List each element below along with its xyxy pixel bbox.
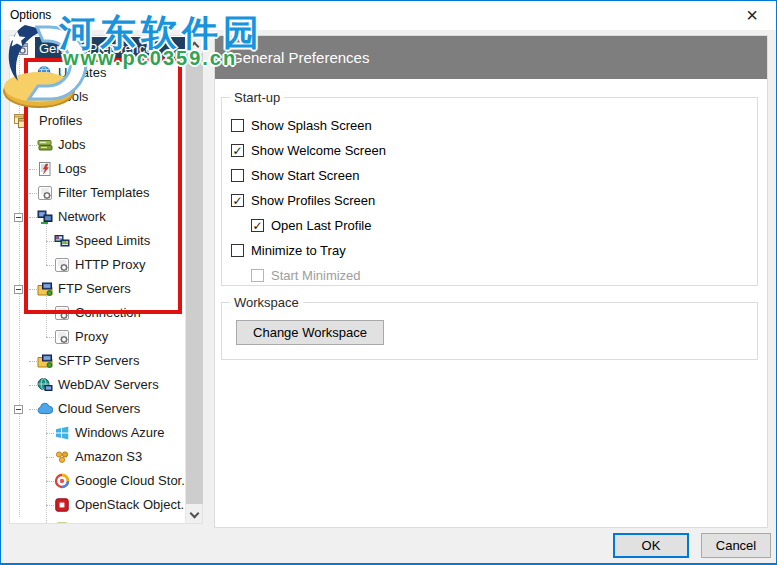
checkbox-label[interactable]: Show Splash Screen xyxy=(251,118,372,133)
proxy-icon xyxy=(54,329,70,345)
http-proxy-icon xyxy=(54,257,70,273)
profiles-icon xyxy=(13,113,29,129)
change-workspace-button[interactable]: Change Workspace xyxy=(236,320,384,345)
tree-connector-line xyxy=(29,73,37,74)
tree-connector-line xyxy=(46,265,54,266)
chevron-up-icon xyxy=(190,41,200,51)
tree-item-cloud-servers[interactable]: Cloud Servers xyxy=(10,397,185,421)
checkbox-label: Start Minimized xyxy=(271,268,361,283)
checkbox-label[interactable]: Minimize to Tray xyxy=(251,243,346,258)
unchecked-checkbox[interactable] xyxy=(231,119,244,132)
tree-item-label: SFTP Servers xyxy=(58,349,139,373)
options-dialog: Options × General PreferencesUpdatesTool… xyxy=(0,0,777,565)
checkbox-row-show-start-screen: Show Start Screen xyxy=(231,163,749,188)
tree-item-label: Connection xyxy=(75,301,141,325)
tree-item-windows-azure[interactable]: Windows Azure xyxy=(10,421,185,445)
tree-item-openstack-object[interactable]: OpenStack Object... xyxy=(10,493,185,517)
expander-minus-icon[interactable] xyxy=(14,213,23,222)
tree-item-google-cloud-stor[interactable]: Google Cloud Stor... xyxy=(10,469,185,493)
tree-connector-line xyxy=(46,337,54,338)
unchecked-checkbox xyxy=(251,269,264,282)
tree-connector-line xyxy=(29,97,37,98)
tree-item-profiles[interactable]: Profiles xyxy=(10,109,185,133)
tree-connector-line xyxy=(29,409,37,410)
unchecked-checkbox[interactable] xyxy=(231,244,244,257)
tree-item-general-preferences[interactable]: General Preferences xyxy=(10,37,185,61)
checkbox-row-show-welcome-screen: Show Welcome Screen xyxy=(231,138,749,163)
tree-connector-line xyxy=(29,361,37,362)
startup-checkbox-list: Show Splash ScreenShow Welcome ScreenSho… xyxy=(231,113,749,288)
checkbox-row-show-splash-screen: Show Splash Screen xyxy=(231,113,749,138)
checkbox-row-minimize-to-tray: Minimize to Tray xyxy=(231,238,749,263)
tree-item-label: Profiles xyxy=(39,109,82,133)
tree-item-filter-templates[interactable]: Filter Templates xyxy=(10,181,185,205)
expander-minus-icon[interactable] xyxy=(14,405,23,414)
checkbox-label[interactable]: Show Start Screen xyxy=(251,168,359,183)
tree-item-label: Tools xyxy=(58,85,88,109)
tree-item-logs[interactable]: Logs xyxy=(10,157,185,181)
sftp-servers-icon xyxy=(37,353,53,369)
scroll-up-button[interactable] xyxy=(186,36,203,53)
tree-item-sftp-servers[interactable]: SFTP Servers xyxy=(10,349,185,373)
tree-item-label: General Preferences xyxy=(39,37,159,61)
tree-item-connection[interactable]: Connection xyxy=(10,301,185,325)
tree-item-label: Amazon S3 xyxy=(75,445,142,469)
tree-connector-line xyxy=(46,313,54,314)
eucalyptus-icon xyxy=(54,521,70,523)
scrollbar-thumb[interactable] xyxy=(186,53,203,504)
tree-connector-line xyxy=(29,169,37,170)
checkbox-label[interactable]: Show Profiles Screen xyxy=(251,193,375,208)
checked-checkbox[interactable] xyxy=(231,194,244,207)
checkbox-row-open-last-profile: Open Last Profile xyxy=(231,213,749,238)
tree-scrollbar[interactable] xyxy=(185,36,202,523)
webdav-servers-icon xyxy=(37,377,53,393)
google-cloud-icon xyxy=(54,473,70,489)
cancel-button[interactable]: Cancel xyxy=(701,533,771,558)
checkbox-label[interactable]: Show Welcome Screen xyxy=(251,143,386,158)
tree-item-ftp-servers[interactable]: FTP Servers xyxy=(10,277,185,301)
network-icon xyxy=(37,209,53,225)
ok-button[interactable]: OK xyxy=(613,533,689,558)
tree-item-label: Jobs xyxy=(58,133,85,157)
scroll-down-button[interactable] xyxy=(186,506,203,523)
tree-rows: General PreferencesUpdatesToolsProfilesJ… xyxy=(10,36,185,523)
tree-item-http-proxy[interactable]: HTTP Proxy xyxy=(10,253,185,277)
tree-item-label: Filter Templates xyxy=(58,181,150,205)
tree-item-amazon-s3[interactable]: Amazon S3 xyxy=(10,445,185,469)
tree-item-webdav-servers[interactable]: WebDAV Servers xyxy=(10,373,185,397)
tree-item-label: Logs xyxy=(58,157,86,181)
close-button[interactable]: × xyxy=(736,3,768,28)
globe-update-icon xyxy=(37,65,53,81)
logs-icon xyxy=(37,161,53,177)
checked-checkbox[interactable] xyxy=(251,219,264,232)
startup-group-label: Start-up xyxy=(230,90,284,105)
options-tree: General PreferencesUpdatesToolsProfilesJ… xyxy=(9,35,203,524)
checked-checkbox[interactable] xyxy=(231,144,244,157)
tools-icon xyxy=(37,89,53,105)
checkbox-row-show-profiles-screen: Show Profiles Screen xyxy=(231,188,749,213)
titlebar: Options × xyxy=(1,1,776,30)
tree-connector-line xyxy=(46,433,54,434)
tree-connector-line xyxy=(29,289,37,290)
tree-item-eucalyptus-wal[interactable]: Eucalyptus Wal... xyxy=(10,517,185,523)
workspace-group-label: Workspace xyxy=(230,295,303,310)
cloud-servers-icon xyxy=(37,401,53,417)
tree-connector-line xyxy=(46,505,54,506)
ftp-servers-icon xyxy=(37,281,53,297)
tree-item-updates[interactable]: Updates xyxy=(10,61,185,85)
jobs-icon xyxy=(37,137,53,153)
unchecked-checkbox[interactable] xyxy=(231,169,244,182)
tree-item-label: Network xyxy=(58,205,106,229)
amazon-s3-icon xyxy=(54,449,70,465)
tree-item-label: FTP Servers xyxy=(58,277,131,301)
tree-item-label: Google Cloud Stor... xyxy=(75,469,185,493)
tree-connector-line xyxy=(46,241,54,242)
expander-minus-icon[interactable] xyxy=(14,285,23,294)
gear-window-icon xyxy=(13,41,29,57)
tree-item-network[interactable]: Network xyxy=(10,205,185,229)
tree-item-tools[interactable]: Tools xyxy=(10,85,185,109)
tree-item-speed-limits[interactable]: Speed Limits xyxy=(10,229,185,253)
tree-item-jobs[interactable]: Jobs xyxy=(10,133,185,157)
tree-item-proxy[interactable]: Proxy xyxy=(10,325,185,349)
checkbox-label[interactable]: Open Last Profile xyxy=(271,218,371,233)
